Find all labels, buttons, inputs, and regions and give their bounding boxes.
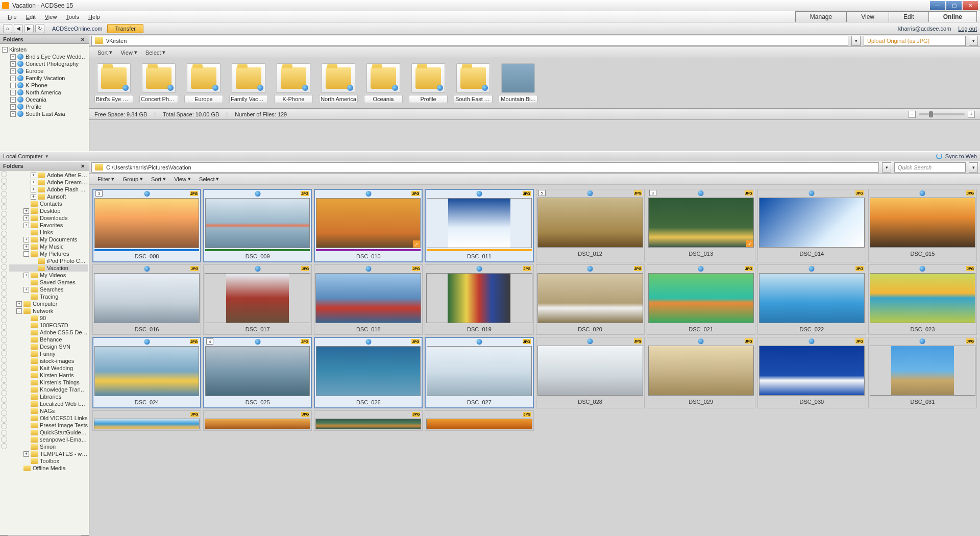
toggle-icon[interactable]: - xyxy=(16,308,22,314)
toggle-icon[interactable]: + xyxy=(23,208,29,214)
toggle-icon[interactable]: - xyxy=(23,251,29,257)
online-folder-item[interactable]: Bird's Eye Co... xyxy=(94,63,133,103)
local-tree-item[interactable]: Kirsten Harris xyxy=(9,372,88,379)
thumbnail-item[interactable]: JPGDSC_014 xyxy=(757,189,866,262)
local-tree-item[interactable]: Adobe CS5.5 Design Stan xyxy=(9,329,88,336)
online-folder-item[interactable]: South East A... xyxy=(454,63,493,103)
local-tree-item[interactable]: iPod Photo Cache xyxy=(9,257,88,264)
thumbnail-item[interactable]: JPGDSC_020 xyxy=(536,264,645,335)
refresh-button[interactable]: ↻ xyxy=(35,24,44,33)
local-tree-item[interactable]: Simon xyxy=(9,443,88,450)
upload-mode-dropdown[interactable]: ▾ xyxy=(969,36,978,46)
thumbnail-item[interactable]: JPG xyxy=(425,410,533,431)
local-tree-item[interactable]: Funny xyxy=(9,350,88,357)
upload-mode-select[interactable]: Upload Original (as JPG) xyxy=(864,36,966,46)
online-tree-item[interactable]: +Family Vacation xyxy=(1,75,88,82)
local-group-dropdown[interactable]: Group▾ xyxy=(119,175,146,183)
local-select-dropdown[interactable]: Select▾ xyxy=(196,175,223,183)
toggle-icon[interactable]: + xyxy=(23,244,29,250)
thumbnail-item[interactable]: JPGDSC_021 xyxy=(647,264,755,335)
thumbnail-item[interactable]: JPGDSC_019 xyxy=(425,264,533,335)
local-tree-item[interactable]: Links xyxy=(9,229,88,236)
local-tree-item[interactable]: seanpowell-Email-Boilerpla xyxy=(9,436,88,443)
menu-edit[interactable]: Edit xyxy=(21,13,40,21)
toggle-icon[interactable]: + xyxy=(23,223,29,228)
local-view-dropdown[interactable]: View▾ xyxy=(171,175,194,183)
maximize-button[interactable]: ▢ xyxy=(946,1,962,10)
local-path-input[interactable]: C:\Users\kharris\Pictures\Vacation xyxy=(91,162,879,173)
online-tree-item[interactable]: +Concert Photography xyxy=(1,60,88,67)
online-select-dropdown[interactable]: Select▾ xyxy=(142,48,169,57)
local-tree-item[interactable]: Preset Image Tests xyxy=(9,422,88,429)
sync-to-web[interactable]: Sync to Web xyxy=(936,153,977,159)
local-tree-item[interactable]: Kait Wedding xyxy=(9,364,88,372)
thumbnail-item[interactable]: JPGDSC_016 xyxy=(92,264,201,335)
expand-icon[interactable]: + xyxy=(10,111,16,117)
toggle-icon[interactable]: + xyxy=(31,173,36,178)
local-tree-item[interactable]: NAGs xyxy=(9,407,88,415)
local-tree-item[interactable]: -My Pictures xyxy=(9,250,88,257)
online-tree-item[interactable]: +North America xyxy=(1,89,88,96)
online-tree-item[interactable]: +South East Asia xyxy=(1,110,88,117)
thumbnail-item[interactable]: JPGDSC_022 xyxy=(757,264,866,335)
expand-icon[interactable]: + xyxy=(10,61,16,67)
close-button[interactable]: ✕ xyxy=(963,1,978,10)
local-tree-item[interactable]: +My Documents xyxy=(9,236,88,243)
thumbnail-item[interactable]: 5JPGDSC_012 xyxy=(536,189,645,262)
toggle-icon[interactable]: + xyxy=(31,180,36,185)
local-tree-item[interactable]: Tracing xyxy=(9,293,88,300)
online-folder-item[interactable]: Oceania xyxy=(364,63,403,103)
online-folder-item[interactable]: Family Vacati... xyxy=(229,63,268,103)
menu-help[interactable]: Help xyxy=(84,13,105,21)
local-path-dropdown[interactable]: ▾ xyxy=(882,162,891,173)
pin-icon[interactable]: ✕ xyxy=(80,163,86,169)
tab-view[interactable]: View xyxy=(846,11,889,22)
pin-icon[interactable]: ✕ xyxy=(80,36,86,42)
thumbnail-item[interactable]: JPG xyxy=(92,410,201,431)
thumbnail-item[interactable]: JPGDSC_027 xyxy=(425,337,533,408)
menu-tools[interactable]: Tools xyxy=(61,13,84,21)
online-folder-item[interactable]: Europe xyxy=(184,63,223,103)
online-folder-item[interactable]: K-Phone xyxy=(274,63,313,103)
thumb-size-small[interactable]: − xyxy=(909,111,916,118)
local-tree-item[interactable]: Localized Web things xyxy=(9,400,88,407)
local-tree-item[interactable]: +TEMPLATES - website xyxy=(9,450,88,457)
thumb-size-large[interactable]: + xyxy=(968,111,975,118)
back-button[interactable]: ◀ xyxy=(14,24,23,33)
local-tree-item[interactable]: Design SVN xyxy=(9,343,88,350)
thumbnail-item[interactable]: JPGDSC_029 xyxy=(647,337,755,408)
expand-icon[interactable]: + xyxy=(10,54,16,60)
toggle-icon[interactable]: + xyxy=(31,187,36,192)
home-button[interactable]: ⌂ xyxy=(3,24,12,33)
local-tree-item[interactable]: Knowledge Transfer xyxy=(9,386,88,393)
online-image-item[interactable]: Mountain Bi... xyxy=(499,63,537,103)
collapse-icon[interactable]: − xyxy=(2,47,8,53)
local-tree-item[interactable]: Behance xyxy=(9,336,88,343)
thumbnail-item[interactable]: 4JPGDSC_025 xyxy=(203,337,312,408)
thumbnail-item[interactable]: JPGDSC_017 xyxy=(203,264,312,335)
local-tree-item[interactable]: QuickStartGuide-Pro5-Std xyxy=(9,429,88,436)
expand-icon[interactable]: + xyxy=(10,90,16,95)
thumbnail-item[interactable]: JPGDSC_028 xyxy=(536,337,645,408)
minimize-button[interactable]: ― xyxy=(930,1,945,10)
toggle-icon[interactable]: + xyxy=(23,237,29,242)
menu-view[interactable]: View xyxy=(40,13,62,21)
tab-online[interactable]: Online xyxy=(928,11,977,22)
local-tree-item[interactable]: +Favorites xyxy=(9,222,88,229)
thumbnail-item[interactable]: JPG✓DSC_010 xyxy=(314,189,423,262)
local-tree-item[interactable]: Contacts xyxy=(9,200,88,207)
online-tree-item[interactable]: +K-Phone xyxy=(1,82,88,89)
toggle-icon[interactable]: + xyxy=(23,451,29,457)
local-tree-item[interactable]: 90 xyxy=(9,314,88,322)
local-sort-dropdown[interactable]: Sort▾ xyxy=(148,175,169,183)
online-view-dropdown[interactable]: View▾ xyxy=(117,48,140,57)
online-tree-root[interactable]: − Kirsten xyxy=(1,46,88,53)
local-filter-dropdown[interactable]: Filter▾ xyxy=(94,175,117,183)
thumbnail-item[interactable]: JPG xyxy=(203,410,312,431)
local-tree-item[interactable]: +Adobe After Effects CS xyxy=(9,172,88,179)
online-folder-item[interactable]: Concert Phot... xyxy=(139,63,178,103)
thumbnail-item[interactable]: JPGDSC_018 xyxy=(314,264,423,335)
local-tree-item[interactable]: Offline Media xyxy=(9,465,88,472)
tab-edit[interactable]: Edit xyxy=(889,11,929,22)
local-tree-item[interactable]: istock-images xyxy=(9,357,88,364)
